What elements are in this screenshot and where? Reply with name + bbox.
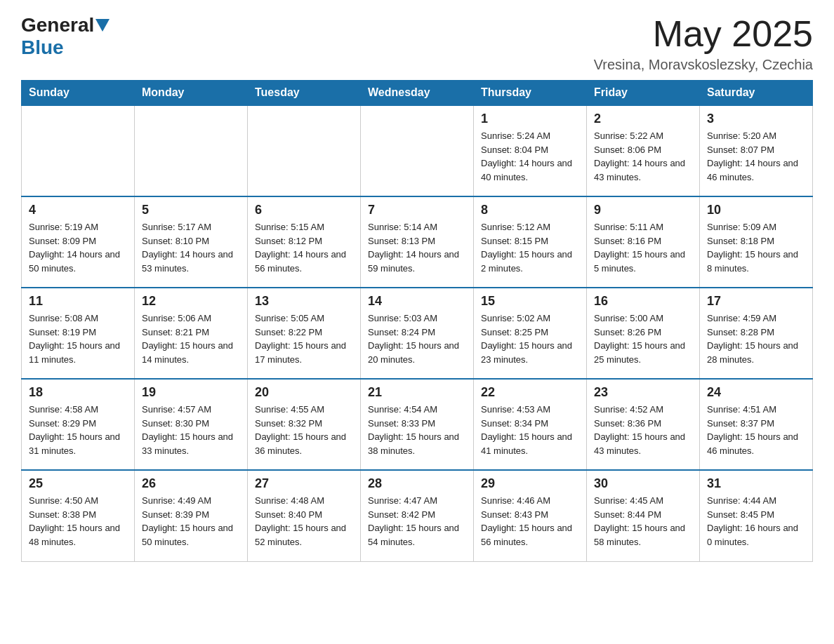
calendar-cell: 15Sunrise: 5:02 AMSunset: 8:25 PMDayligh… xyxy=(474,288,587,379)
day-info: Sunrise: 4:50 AMSunset: 8:38 PMDaylight:… xyxy=(29,494,127,549)
day-number: 10 xyxy=(707,203,805,217)
day-info: Sunrise: 5:05 AMSunset: 8:22 PMDaylight:… xyxy=(255,311,353,366)
day-info: Sunrise: 4:54 AMSunset: 8:33 PMDaylight:… xyxy=(368,403,466,457)
calendar-cell: 1Sunrise: 5:24 AMSunset: 8:04 PMDaylight… xyxy=(474,105,587,196)
day-number: 14 xyxy=(368,294,466,309)
calendar-cell: 9Sunrise: 5:11 AMSunset: 8:16 PMDaylight… xyxy=(587,196,700,288)
weekday-header-row: SundayMondayTuesdayWednesdayThursdayFrid… xyxy=(22,81,813,106)
logo-general-text: General xyxy=(21,14,94,36)
calendar-cell: 23Sunrise: 4:52 AMSunset: 8:36 PMDayligh… xyxy=(587,379,700,470)
day-info: Sunrise: 4:59 AMSunset: 8:28 PMDaylight:… xyxy=(707,311,805,366)
day-info: Sunrise: 5:19 AMSunset: 8:09 PMDaylight:… xyxy=(29,220,127,275)
day-number: 15 xyxy=(481,294,579,309)
day-number: 23 xyxy=(594,385,692,400)
day-number: 1 xyxy=(481,112,579,126)
day-info: Sunrise: 5:14 AMSunset: 8:13 PMDaylight:… xyxy=(368,220,466,275)
day-info: Sunrise: 4:53 AMSunset: 8:34 PMDaylight:… xyxy=(481,403,579,457)
calendar-cell: 20Sunrise: 4:55 AMSunset: 8:32 PMDayligh… xyxy=(248,379,361,470)
day-number: 19 xyxy=(142,385,240,400)
day-number: 16 xyxy=(594,294,692,309)
calendar-cell: 25Sunrise: 4:50 AMSunset: 8:38 PMDayligh… xyxy=(22,470,135,561)
calendar-cell xyxy=(22,105,135,196)
calendar-table: SundayMondayTuesdayWednesdayThursdayFrid… xyxy=(21,80,813,562)
calendar-cell: 3Sunrise: 5:20 AMSunset: 8:07 PMDaylight… xyxy=(700,105,813,196)
day-info: Sunrise: 4:45 AMSunset: 8:44 PMDaylight:… xyxy=(594,494,692,549)
weekday-friday: Friday xyxy=(587,81,700,106)
calendar-cell: 22Sunrise: 4:53 AMSunset: 8:34 PMDayligh… xyxy=(474,379,587,470)
day-info: Sunrise: 5:22 AMSunset: 8:06 PMDaylight:… xyxy=(594,129,692,184)
day-info: Sunrise: 5:20 AMSunset: 8:07 PMDaylight:… xyxy=(707,129,805,184)
calendar-cell: 27Sunrise: 4:48 AMSunset: 8:40 PMDayligh… xyxy=(248,470,361,561)
day-number: 22 xyxy=(481,385,579,400)
week-row-1: 1Sunrise: 5:24 AMSunset: 8:04 PMDaylight… xyxy=(22,105,813,196)
weekday-thursday: Thursday xyxy=(474,81,587,106)
calendar-cell: 29Sunrise: 4:46 AMSunset: 8:43 PMDayligh… xyxy=(474,470,587,561)
day-number: 28 xyxy=(368,476,466,491)
title-block: May 2025 Vresina, Moravskoslezsky, Czech… xyxy=(594,14,813,73)
day-number: 3 xyxy=(707,112,805,126)
calendar-cell: 19Sunrise: 4:57 AMSunset: 8:30 PMDayligh… xyxy=(135,379,248,470)
day-number: 4 xyxy=(29,203,127,217)
calendar-cell: 6Sunrise: 5:15 AMSunset: 8:12 PMDaylight… xyxy=(248,196,361,288)
calendar-cell: 13Sunrise: 5:05 AMSunset: 8:22 PMDayligh… xyxy=(248,288,361,379)
calendar-cell: 2Sunrise: 5:22 AMSunset: 8:06 PMDaylight… xyxy=(587,105,700,196)
day-info: Sunrise: 5:11 AMSunset: 8:16 PMDaylight:… xyxy=(594,220,692,275)
calendar-cell: 16Sunrise: 5:00 AMSunset: 8:26 PMDayligh… xyxy=(587,288,700,379)
calendar-cell: 30Sunrise: 4:45 AMSunset: 8:44 PMDayligh… xyxy=(587,470,700,561)
day-info: Sunrise: 5:06 AMSunset: 8:21 PMDaylight:… xyxy=(142,311,240,366)
day-number: 31 xyxy=(707,476,805,491)
calendar-cell: 11Sunrise: 5:08 AMSunset: 8:19 PMDayligh… xyxy=(22,288,135,379)
calendar-cell: 18Sunrise: 4:58 AMSunset: 8:29 PMDayligh… xyxy=(22,379,135,470)
day-info: Sunrise: 5:17 AMSunset: 8:10 PMDaylight:… xyxy=(142,220,240,275)
calendar-cell: 10Sunrise: 5:09 AMSunset: 8:18 PMDayligh… xyxy=(700,196,813,288)
calendar-cell: 21Sunrise: 4:54 AMSunset: 8:33 PMDayligh… xyxy=(361,379,474,470)
week-row-4: 18Sunrise: 4:58 AMSunset: 8:29 PMDayligh… xyxy=(22,379,813,470)
calendar-cell: 26Sunrise: 4:49 AMSunset: 8:39 PMDayligh… xyxy=(135,470,248,561)
day-info: Sunrise: 4:55 AMSunset: 8:32 PMDaylight:… xyxy=(255,403,353,457)
day-number: 6 xyxy=(255,203,353,217)
day-number: 11 xyxy=(29,294,127,309)
day-info: Sunrise: 5:00 AMSunset: 8:26 PMDaylight:… xyxy=(594,311,692,366)
day-number: 7 xyxy=(368,203,466,217)
calendar-cell: 8Sunrise: 5:12 AMSunset: 8:15 PMDaylight… xyxy=(474,196,587,288)
day-info: Sunrise: 5:09 AMSunset: 8:18 PMDaylight:… xyxy=(707,220,805,275)
calendar-cell xyxy=(248,105,361,196)
day-number: 25 xyxy=(29,476,127,491)
day-number: 30 xyxy=(594,476,692,491)
logo-blue-text: Blue xyxy=(21,36,64,59)
day-info: Sunrise: 4:46 AMSunset: 8:43 PMDaylight:… xyxy=(481,494,579,549)
calendar-cell: 17Sunrise: 4:59 AMSunset: 8:28 PMDayligh… xyxy=(700,288,813,379)
day-number: 29 xyxy=(481,476,579,491)
calendar-cell: 12Sunrise: 5:06 AMSunset: 8:21 PMDayligh… xyxy=(135,288,248,379)
day-info: Sunrise: 4:48 AMSunset: 8:40 PMDaylight:… xyxy=(255,494,353,549)
logo: General Blue xyxy=(21,14,111,59)
day-info: Sunrise: 4:47 AMSunset: 8:42 PMDaylight:… xyxy=(368,494,466,549)
day-number: 24 xyxy=(707,385,805,400)
weekday-tuesday: Tuesday xyxy=(248,81,361,106)
calendar-cell xyxy=(361,105,474,196)
calendar-cell xyxy=(135,105,248,196)
day-number: 5 xyxy=(142,203,240,217)
week-row-3: 11Sunrise: 5:08 AMSunset: 8:19 PMDayligh… xyxy=(22,288,813,379)
calendar-cell: 7Sunrise: 5:14 AMSunset: 8:13 PMDaylight… xyxy=(361,196,474,288)
day-info: Sunrise: 5:08 AMSunset: 8:19 PMDaylight:… xyxy=(29,311,127,366)
day-number: 21 xyxy=(368,385,466,400)
calendar-cell: 5Sunrise: 5:17 AMSunset: 8:10 PMDaylight… xyxy=(135,196,248,288)
day-info: Sunrise: 4:57 AMSunset: 8:30 PMDaylight:… xyxy=(142,403,240,457)
day-info: Sunrise: 4:44 AMSunset: 8:45 PMDaylight:… xyxy=(707,494,805,549)
page-header: General Blue May 2025 Vresina, Moravskos… xyxy=(21,14,813,73)
day-info: Sunrise: 5:15 AMSunset: 8:12 PMDaylight:… xyxy=(255,220,353,275)
day-number: 26 xyxy=(142,476,240,491)
day-info: Sunrise: 4:51 AMSunset: 8:37 PMDaylight:… xyxy=(707,403,805,457)
calendar-cell: 24Sunrise: 4:51 AMSunset: 8:37 PMDayligh… xyxy=(700,379,813,470)
location-title: Vresina, Moravskoslezsky, Czechia xyxy=(594,57,813,73)
day-number: 12 xyxy=(142,294,240,309)
day-number: 9 xyxy=(594,203,692,217)
day-info: Sunrise: 4:58 AMSunset: 8:29 PMDaylight:… xyxy=(29,403,127,457)
day-info: Sunrise: 5:03 AMSunset: 8:24 PMDaylight:… xyxy=(368,311,466,366)
day-info: Sunrise: 5:12 AMSunset: 8:15 PMDaylight:… xyxy=(481,220,579,275)
day-info: Sunrise: 5:02 AMSunset: 8:25 PMDaylight:… xyxy=(481,311,579,366)
week-row-5: 25Sunrise: 4:50 AMSunset: 8:38 PMDayligh… xyxy=(22,470,813,561)
month-title: May 2025 xyxy=(594,14,813,54)
day-number: 2 xyxy=(594,112,692,126)
